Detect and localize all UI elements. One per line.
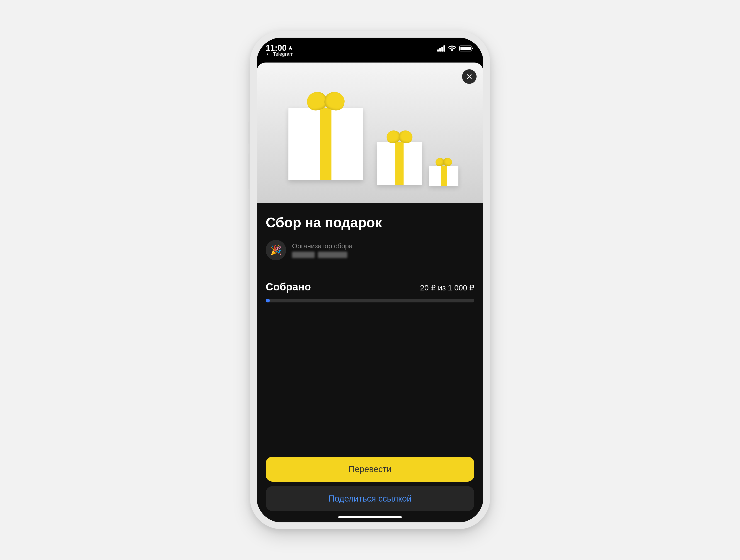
gift-box-large bbox=[288, 108, 363, 180]
fundraiser-modal: Сбор на подарок 🎉 Организатор сбора Собр… bbox=[257, 63, 483, 523]
organizer-name-redacted bbox=[292, 252, 353, 258]
battery-icon bbox=[459, 45, 472, 51]
collected-label: Собрано bbox=[266, 281, 311, 293]
fundraiser-title: Сбор на подарок bbox=[266, 214, 474, 230]
organizer-avatar: 🎉 bbox=[266, 240, 286, 260]
collected-section: Собрано 20 ₽ из 1 000 ₽ bbox=[266, 281, 474, 303]
organizer-label: Организатор сбора bbox=[292, 242, 353, 250]
location-icon bbox=[288, 45, 293, 50]
cellular-signal-icon bbox=[437, 45, 445, 51]
button-group: Перевести Поделиться ссылкой bbox=[266, 457, 474, 518]
progress-fill bbox=[266, 299, 270, 303]
content-area: Сбор на подарок 🎉 Организатор сбора Собр… bbox=[257, 203, 483, 523]
phone-screen: 11:00 Telegram bbox=[257, 37, 483, 523]
status-time: 11:00 bbox=[266, 44, 287, 52]
back-app-row[interactable]: Telegram bbox=[266, 52, 293, 57]
organizer-row[interactable]: 🎉 Организатор сбора bbox=[266, 240, 474, 260]
gift-illustration bbox=[257, 63, 483, 203]
transfer-button[interactable]: Перевести bbox=[266, 457, 474, 482]
progress-bar bbox=[266, 299, 474, 303]
phone-frame: 11:00 Telegram bbox=[250, 31, 490, 529]
chevron-left-icon bbox=[266, 53, 269, 56]
gift-box-small bbox=[429, 165, 458, 186]
status-left: 11:00 Telegram bbox=[266, 44, 293, 57]
status-bar: 11:00 Telegram bbox=[257, 37, 483, 60]
gift-box-medium bbox=[377, 142, 422, 185]
wifi-icon bbox=[448, 45, 456, 51]
status-right bbox=[437, 45, 472, 51]
share-link-button[interactable]: Поделиться ссылкой bbox=[266, 486, 474, 511]
collected-amount: 20 ₽ из 1 000 ₽ bbox=[420, 283, 474, 292]
hero-image bbox=[257, 63, 483, 203]
back-app-label: Telegram bbox=[273, 51, 293, 57]
home-indicator[interactable] bbox=[338, 516, 402, 518]
